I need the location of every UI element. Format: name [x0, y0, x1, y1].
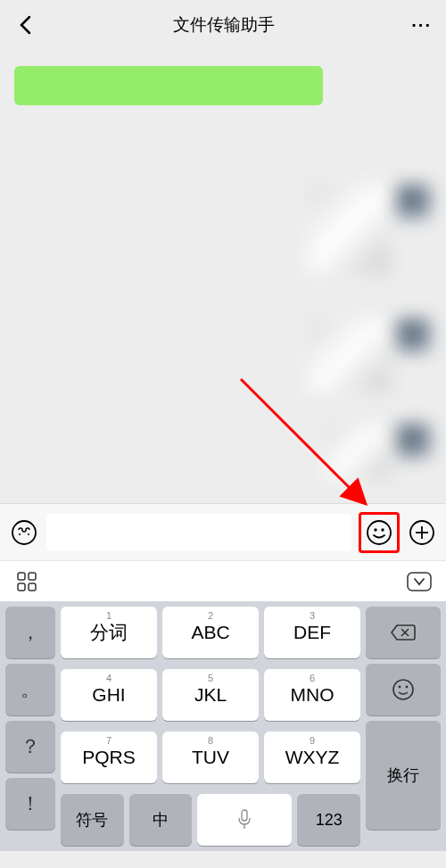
avatar[interactable]: [398, 319, 430, 351]
emoji-button-highlight: [359, 512, 400, 553]
image-message[interactable]: [326, 425, 389, 478]
key-8[interactable]: 8TUV: [162, 732, 259, 783]
svg-rect-10: [18, 573, 25, 580]
key-numeric[interactable]: 123: [297, 794, 360, 846]
keyboard: ， 。 ？ ！ 1分词 2ABC 3DEF 4GHI 5JKL 6MNO 7PQ…: [0, 601, 446, 851]
key-symbol[interactable]: 符号: [61, 794, 124, 846]
more-button[interactable]: ···: [411, 15, 432, 36]
svg-point-3: [28, 533, 29, 535]
key-exclaim[interactable]: ！: [5, 778, 55, 830]
message-bubble[interactable]: [14, 66, 323, 105]
key-comma[interactable]: ，: [5, 607, 55, 658]
key-backspace[interactable]: [366, 607, 441, 658]
svg-rect-13: [29, 583, 36, 591]
key-emoji[interactable]: [366, 664, 441, 715]
svg-point-1: [12, 521, 36, 544]
grid-button[interactable]: [14, 569, 39, 594]
plus-button[interactable]: [407, 517, 437, 548]
image-message[interactable]: [309, 319, 389, 391]
svg-point-6: [381, 528, 384, 531]
svg-point-4: [368, 521, 391, 544]
key-1[interactable]: 1分词: [61, 607, 157, 658]
back-button[interactable]: [14, 14, 36, 36]
svg-point-21: [406, 686, 409, 689]
voice-button[interactable]: [9, 517, 39, 548]
avatar[interactable]: [398, 425, 430, 457]
key-2[interactable]: 2ABC: [162, 607, 259, 658]
svg-point-5: [374, 528, 376, 531]
chat-area: [0, 50, 446, 503]
key-space[interactable]: [197, 794, 292, 846]
key-enter[interactable]: 换行: [366, 721, 441, 830]
image-message[interactable]: [309, 184, 389, 273]
emoji-button[interactable]: [364, 517, 394, 548]
key-6[interactable]: 6MNO: [264, 669, 360, 721]
chat-header: 文件传输助手 ···: [0, 0, 446, 50]
key-3[interactable]: 3DEF: [264, 607, 360, 658]
svg-rect-11: [29, 573, 36, 580]
svg-rect-14: [408, 573, 431, 591]
svg-rect-15: [242, 810, 247, 821]
avatar[interactable]: [398, 186, 430, 218]
keyboard-toolbar: [0, 560, 446, 601]
key-9[interactable]: 9WXYZ: [264, 732, 360, 783]
chat-title: 文件传输助手: [173, 13, 275, 37]
svg-rect-12: [18, 583, 25, 591]
key-question[interactable]: ？: [5, 721, 55, 773]
svg-point-19: [393, 680, 413, 699]
key-4[interactable]: 4GHI: [61, 669, 157, 721]
svg-point-2: [19, 533, 21, 535]
message-input[interactable]: [46, 514, 351, 551]
collapse-keyboard-button[interactable]: [407, 569, 432, 594]
key-7[interactable]: 7PQRS: [61, 732, 157, 783]
key-lang[interactable]: 中: [129, 794, 193, 846]
key-5[interactable]: 5JKL: [162, 669, 259, 721]
input-bar: [0, 503, 446, 560]
svg-point-20: [399, 686, 401, 689]
key-period[interactable]: 。: [5, 664, 55, 715]
